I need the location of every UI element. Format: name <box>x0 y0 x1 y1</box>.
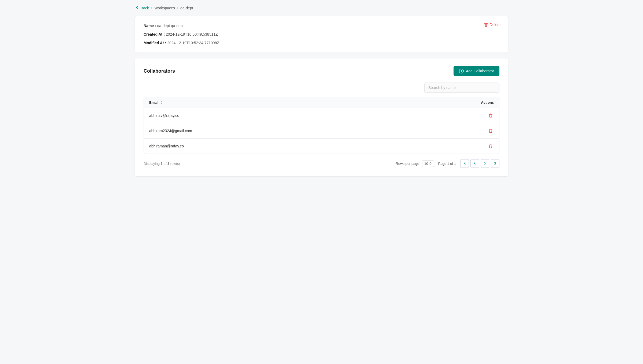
next-page-button[interactable] <box>481 159 489 168</box>
table-row: abhiram2324@gmail.com <box>144 123 499 139</box>
table-row: abhiraman@rafay.co <box>144 139 499 154</box>
displaying-count: Displaying 3 of 3 row(s) <box>144 162 180 166</box>
created-at-label: Created At : <box>144 32 165 36</box>
prev-page-icon <box>473 162 476 166</box>
back-link[interactable]: Back <box>135 5 149 10</box>
name-label: Name : <box>144 24 156 28</box>
rows-per-page-value: 10 <box>424 162 428 166</box>
actions-column-header: Actions <box>481 101 494 105</box>
trash-icon <box>488 113 493 118</box>
rows-per-page: Rows per page 10 <box>396 160 434 167</box>
delete-workspace-button[interactable]: Delete <box>484 23 500 27</box>
row-email: abhiram2324@gmail.com <box>149 129 192 133</box>
created-at-field: Created At : 2024-12-19T10:50:49.538511Z <box>144 32 499 36</box>
back-arrow-icon <box>135 5 139 10</box>
sort-down-arrow <box>160 103 162 104</box>
pagination-row: Displaying 3 of 3 row(s) Rows per page 1… <box>144 158 499 169</box>
search-row <box>144 83 499 93</box>
modified-at-label: Modified At : <box>144 41 166 45</box>
table-row: abhinav@rafay.co <box>144 108 499 123</box>
pagination-controls: Rows per page 10 Page 1 of 1 <box>396 159 499 168</box>
table-header: Email Actions <box>144 97 499 108</box>
stepper-arrows <box>429 162 432 165</box>
email-sort-icon[interactable] <box>160 101 162 104</box>
first-page-icon <box>463 162 466 166</box>
delete-collaborator-button[interactable] <box>487 143 494 149</box>
delete-collaborator-button[interactable] <box>487 128 494 134</box>
row-email: abhiraman@rafay.co <box>149 144 184 148</box>
breadcrumb-separator-2: › <box>177 6 178 10</box>
delete-label: Delete <box>490 23 500 27</box>
collaborators-header: Collaborators Add Collaborator <box>144 66 499 76</box>
trash-icon <box>484 23 488 27</box>
add-collaborator-button[interactable]: Add Collaborator <box>454 66 499 76</box>
collaborators-title: Collaborators <box>144 68 175 74</box>
collaborators-table: Email Actions abhinav@rafay.co <box>144 97 499 154</box>
email-header-label: Email <box>149 101 159 105</box>
next-page-icon <box>483 162 487 166</box>
name-field: Name : qa-dept qa-dept <box>144 24 499 28</box>
collaborators-card: Collaborators Add Collaborator <box>135 58 508 177</box>
name-value-text: qa-dept <box>171 24 184 28</box>
actions-header-label: Actions <box>481 101 494 105</box>
plus-circle-icon <box>459 69 464 73</box>
modified-at-field: Modified At : 2024-12-19T10:52:34.771998… <box>144 41 499 45</box>
last-page-button[interactable] <box>491 159 499 168</box>
prev-page-button[interactable] <box>470 159 479 168</box>
search-by-name-input[interactable] <box>424 83 499 93</box>
breadcrumb-current: qa-dept <box>180 6 193 10</box>
delete-collaborator-button[interactable] <box>487 112 494 119</box>
trash-icon <box>488 129 493 133</box>
breadcrumb: Back › Workspaces › qa-dept <box>135 5 508 10</box>
first-page-button[interactable] <box>460 159 469 168</box>
name-value: qa-dept <box>157 24 170 28</box>
page-info: Page 1 of 1 <box>438 162 456 166</box>
trash-icon <box>488 144 493 148</box>
page-nav-buttons <box>460 159 499 168</box>
add-collaborator-label: Add Collaborator <box>466 69 494 73</box>
rows-per-page-selector[interactable]: 10 <box>422 160 434 167</box>
email-column-header: Email <box>149 101 162 105</box>
workspace-info-card: Name : qa-dept qa-dept Created At : 2024… <box>135 16 508 53</box>
last-page-icon <box>494 162 497 166</box>
back-label: Back <box>141 6 149 10</box>
row-email: abhinav@rafay.co <box>149 113 179 118</box>
sort-up-arrow <box>160 101 162 102</box>
breadcrumb-workspaces[interactable]: Workspaces <box>154 6 175 10</box>
breadcrumb-separator: › <box>151 6 152 10</box>
created-at-value: 2024-12-19T10:50:49.538511Z <box>166 32 218 36</box>
modified-at-value: 2024-12-19T10:52:34.771998Z <box>167 41 219 45</box>
search-wrapper <box>424 83 499 93</box>
rows-per-page-label: Rows per page <box>396 162 419 166</box>
